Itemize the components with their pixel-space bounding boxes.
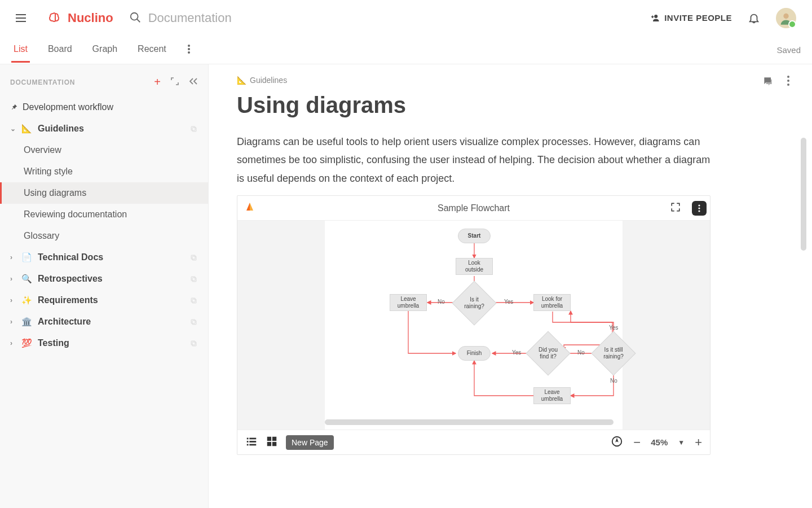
pin-icon	[10, 103, 18, 111]
svg-point-19	[787, 76, 789, 78]
sidebar: DOCUMENTATION + Development workflow ⌄ 📐…	[0, 64, 209, 508]
search-icon[interactable]	[129, 11, 143, 25]
svg-rect-41	[267, 442, 271, 446]
svg-rect-36	[249, 441, 256, 443]
edge-label-no: No	[610, 378, 617, 384]
recenter-icon[interactable]	[611, 435, 623, 450]
copy-icon[interactable]	[189, 296, 198, 305]
flow-node-leave-umbrella-2: Leave umbrella	[533, 387, 571, 404]
page-icon: 📄	[21, 252, 32, 262]
flow-node-finish: Finish	[458, 346, 491, 361]
sidebar-item-reviewing-documentation[interactable]: Reviewing documentation	[0, 204, 208, 225]
sidebar-section-requirements[interactable]: › ✨ Requirements	[0, 290, 208, 311]
svg-rect-9	[192, 256, 196, 260]
sidebar-item-label: Retrospectives	[38, 274, 103, 284]
page-title: Using diagrams	[237, 93, 784, 118]
edge-label-yes: Yes	[504, 299, 513, 305]
sidebar-item-label: Guidelines	[38, 124, 84, 134]
flow-node-look-outside: Look outside	[456, 258, 493, 275]
sidebar-section-testing[interactable]: › 💯 Testing	[0, 332, 208, 354]
svg-point-6	[188, 51, 190, 54]
sidebar-item-using-diagrams[interactable]: Using diagrams	[0, 182, 208, 204]
edge-label-yes: Yes	[512, 349, 521, 356]
expand-icon[interactable]	[171, 77, 179, 87]
svg-rect-11	[192, 278, 196, 282]
diagram-embed: Sample Flowchart	[237, 195, 710, 455]
copy-icon[interactable]	[189, 275, 198, 283]
svg-rect-16	[191, 319, 195, 323]
svg-point-2	[654, 15, 657, 18]
svg-rect-34	[249, 437, 256, 439]
svg-point-21	[787, 84, 789, 86]
svg-rect-12	[191, 277, 195, 281]
flow-node-is-raining: Is it raining?	[458, 287, 490, 319]
save-status: Saved	[776, 45, 801, 55]
svg-rect-8	[191, 126, 195, 130]
sparkle-icon: ✨	[21, 295, 32, 305]
edge-label-yes: Yes	[609, 325, 618, 331]
embed-list-icon[interactable]	[245, 435, 258, 450]
tab-more-icon[interactable]	[184, 45, 193, 56]
building-icon: 🏛️	[21, 317, 32, 327]
content-scrollbar[interactable]	[801, 138, 806, 251]
invite-label: INVITE PEOPLE	[664, 13, 732, 23]
chevron-down-icon: ⌄	[10, 125, 17, 133]
svg-rect-37	[247, 444, 249, 445]
copy-icon[interactable]	[189, 125, 198, 133]
brand-name: Nuclino	[68, 11, 113, 25]
embed-hscrollbar[interactable]	[325, 419, 710, 425]
collapse-sidebar-icon[interactable]	[189, 77, 198, 87]
chevron-right-icon: ›	[10, 253, 17, 261]
svg-line-1	[136, 19, 140, 22]
copy-icon[interactable]	[189, 339, 198, 348]
sidebar-section-retrospectives[interactable]: › 🔍 Retrospectives	[0, 268, 208, 290]
sidebar-section-architecture[interactable]: › 🏛️ Architecture	[0, 311, 208, 332]
flow-node-start: Start	[458, 229, 491, 243]
zoom-out-icon[interactable]: −	[633, 435, 641, 450]
sidebar-title: DOCUMENTATION	[10, 78, 154, 86]
embed-title: Sample Flowchart	[237, 203, 710, 213]
invite-people-button[interactable]: INVITE PEOPLE	[650, 13, 732, 23]
tab-graph[interactable]: Graph	[90, 37, 120, 63]
svg-rect-7	[192, 128, 196, 132]
embed-more-icon[interactable]	[692, 201, 707, 216]
edge-label-no: No	[438, 299, 445, 305]
add-item-icon[interactable]: +	[154, 76, 161, 89]
user-avatar[interactable]	[776, 8, 796, 28]
magnifier-icon: 🔍	[21, 274, 32, 284]
flow-node-did-find: Did you find it?	[532, 338, 564, 369]
comments-icon[interactable]	[762, 76, 774, 89]
sidebar-pinned-item[interactable]: Development workflow	[0, 97, 208, 118]
notifications-icon[interactable]	[748, 12, 760, 24]
sidebar-item-glossary[interactable]: Glossary	[0, 225, 208, 247]
svg-rect-18	[191, 341, 195, 345]
zoom-dropdown-icon[interactable]: ▼	[678, 439, 685, 446]
svg-rect-38	[249, 444, 256, 445]
workspace-name[interactable]: Documentation	[148, 11, 232, 25]
tab-board[interactable]: Board	[46, 37, 74, 63]
copy-icon[interactable]	[189, 318, 198, 326]
page-more-icon[interactable]	[787, 76, 789, 89]
embed-canvas[interactable]: Start Look outside Is it raining? Leave …	[237, 221, 710, 430]
hamburger-menu[interactable]	[16, 10, 32, 26]
svg-rect-10	[191, 255, 195, 259]
svg-rect-13	[192, 299, 196, 303]
sidebar-item-writing-style[interactable]: Writing style	[0, 161, 208, 182]
flow-node-still-raining: Is it still raining?	[598, 338, 629, 369]
sidebar-item-label: Architecture	[38, 317, 91, 327]
new-page-button[interactable]: New Page	[286, 435, 334, 450]
svg-point-26	[698, 210, 700, 212]
svg-rect-15	[192, 321, 196, 325]
copy-icon[interactable]	[189, 253, 198, 262]
tab-recent[interactable]: Recent	[135, 37, 169, 63]
brand-logo[interactable]: Nuclino	[47, 11, 113, 25]
sidebar-item-overview[interactable]: Overview	[0, 139, 208, 161]
fullscreen-icon[interactable]	[670, 202, 681, 214]
embed-grid-icon[interactable]	[266, 435, 278, 450]
svg-rect-33	[247, 437, 249, 439]
tab-list[interactable]: List	[11, 37, 30, 63]
sidebar-section-technical-docs[interactable]: › 📄 Technical Docs	[0, 247, 208, 268]
sidebar-section-guidelines[interactable]: ⌄ 📐 Guidelines	[0, 118, 208, 139]
zoom-in-icon[interactable]: +	[695, 435, 702, 450]
breadcrumb[interactable]: 📐 Guidelines	[237, 76, 784, 85]
